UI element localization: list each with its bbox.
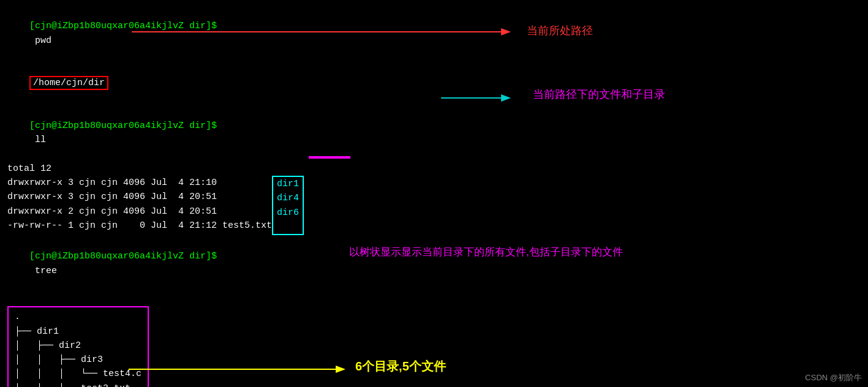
tree-dot: .	[15, 310, 142, 324]
ll-dir6-line: drwxrwxr-x 2 cjn cjn 4096 Jul 4 20:51	[7, 205, 272, 219]
ll-dir4-line: drwxrwxr-x 3 cjn cjn 4096 Jul 4 20:51	[7, 190, 272, 204]
ll-prompt-line: [cjn@iZbp1b80uqxar06a4ikjlvZ dir]$ ll	[7, 105, 861, 162]
tree-prompt-line: [cjn@iZbp1b80uqxar06a4ikjlvZ dir]$ tree	[7, 235, 861, 306]
terminal: [cjn@iZbp1b80uqxar06a4ikjlvZ dir]$ pwd /…	[0, 0, 868, 387]
ll-entries-text: drwxrwxr-x 3 cjn cjn 4096 Jul 4 21:10 dr…	[7, 176, 272, 233]
pwd-cmd: pwd	[29, 36, 51, 46]
ll-dir4-name: dir4	[277, 191, 299, 205]
prompt-2: [cjn@iZbp1b80uqxar06a4ikjlvZ dir]$	[29, 121, 217, 131]
csdn-watermark: CSDN @初阶牛	[805, 372, 862, 383]
pwd-result-line: /home/cjn/dir	[7, 62, 861, 105]
tree-test3txt: │ │ └── test3.txt	[15, 381, 142, 388]
ll-test5-line: -rw-rw-r-- 1 cjn cjn 0 Jul 4 21:12 test5…	[7, 219, 272, 233]
pwd-prompt-line: [cjn@iZbp1b80uqxar06a4ikjlvZ dir]$ pwd	[7, 5, 861, 62]
ll-total-line: total 12	[7, 162, 861, 176]
current-path: /home/cjn/dir	[29, 76, 108, 90]
tree-dir2: │ ├── dir2	[15, 339, 142, 353]
prompt-1: [cjn@iZbp1b80uqxar06a4ikjlvZ dir]$	[29, 21, 217, 31]
ll-dir1-name: dir1	[277, 177, 299, 191]
tree-test4c: │ │ │ └── test4.c	[15, 367, 142, 381]
tree-cmd: tree	[29, 266, 57, 276]
cyan-dir-box: dir1 dir4 dir6 x	[272, 176, 304, 235]
ll-cmd: ll	[29, 135, 46, 145]
tree-dir1: ├── dir1	[15, 325, 142, 339]
ll-entries-block: drwxrwxr-x 3 cjn cjn 4096 Jul 4 21:10 dr…	[7, 176, 861, 235]
ll-dir6-name: dir6	[277, 206, 299, 220]
prompt-3: [cjn@iZbp1b80uqxar06a4ikjlvZ dir]$	[29, 251, 217, 261]
tree-dir3: │ │ ├── dir3	[15, 353, 142, 367]
tree-output-box: . ├── dir1 │ ├── dir2 │ │ ├── dir3 │ │ │…	[7, 306, 149, 387]
ll-dir1-line: drwxrwxr-x 3 cjn cjn 4096 Jul 4 21:10	[7, 176, 272, 190]
